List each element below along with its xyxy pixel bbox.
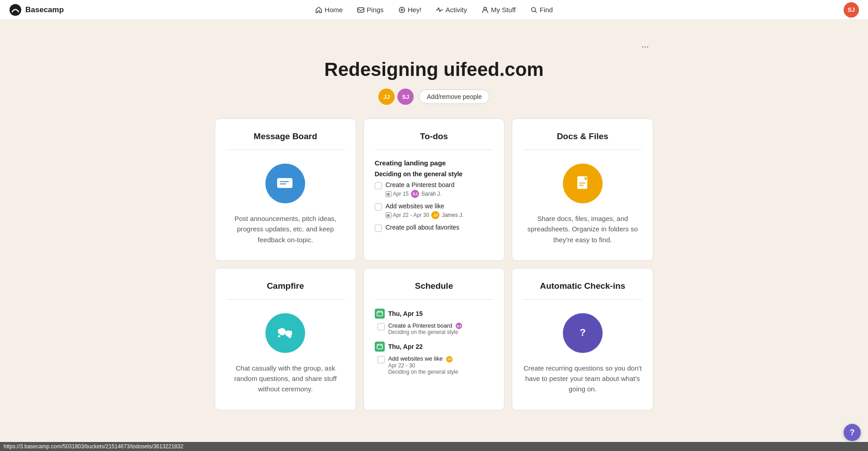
status-bar: https://3.basecamp.com/5031803/buckets/2… bbox=[0, 442, 868, 451]
divider bbox=[375, 150, 494, 150]
more-options-button[interactable]: ··· bbox=[637, 38, 653, 54]
todo-section-title[interactable]: Creating landing page bbox=[375, 159, 494, 167]
schedule-event: Create a Pinterest board SJ Deciding on … bbox=[375, 322, 494, 336]
nav-hey[interactable]: Hey! bbox=[392, 3, 428, 16]
message-board-description: Post announcements, pitch ideas, progres… bbox=[226, 213, 345, 245]
calendar-green-icon bbox=[375, 309, 385, 319]
todo-checkbox[interactable] bbox=[375, 182, 382, 189]
home-icon bbox=[315, 6, 322, 14]
calendar-green-icon bbox=[375, 342, 385, 352]
todo-item: Create poll about favorites bbox=[375, 224, 494, 232]
project-title: Redesigning uifeed.com bbox=[215, 59, 653, 80]
brand-logo[interactable]: Basecamp bbox=[9, 4, 64, 16]
schedule-card: Schedule Thu, Apr 15 bbox=[363, 268, 505, 410]
assignee-dot: JJ bbox=[446, 356, 453, 362]
project-header: Redesigning uifeed.com JJ SJ Add/remove … bbox=[215, 59, 653, 105]
svg-rect-13 bbox=[278, 329, 284, 334]
nav-activity[interactable]: Activity bbox=[429, 3, 473, 16]
svg-rect-7 bbox=[280, 183, 286, 184]
hey-icon bbox=[398, 6, 406, 14]
svg-rect-15 bbox=[377, 311, 382, 316]
schedule-event-name: Add websites we like JJ bbox=[388, 355, 458, 362]
svg-rect-1 bbox=[358, 8, 364, 12]
nav-find[interactable]: Find bbox=[524, 3, 559, 16]
assignee-avatar: SJ bbox=[411, 190, 419, 198]
svg-rect-16 bbox=[377, 344, 382, 349]
project-members: JJ SJ Add/remove people bbox=[215, 89, 653, 105]
pings-icon bbox=[357, 6, 364, 14]
svg-rect-9 bbox=[579, 183, 585, 183]
todo-label: Create a Pinterest board bbox=[386, 181, 494, 188]
todos-card: To-dos Creating landing page Deciding on… bbox=[363, 118, 505, 261]
message-board-content[interactable]: Post announcements, pitch ideas, progres… bbox=[226, 159, 345, 249]
calendar-icon: ▦ bbox=[386, 191, 392, 197]
schedule-event: Add websites we like JJ Apr 22 - 30 Deci… bbox=[375, 355, 494, 375]
activity-icon bbox=[436, 6, 443, 14]
todo-date: ▦ Apr 22 - Apr 30 bbox=[386, 212, 429, 218]
nav-links: Home Pings Hey! Activity bbox=[309, 3, 559, 16]
todo-checkbox[interactable] bbox=[375, 225, 382, 232]
main-content: ··· Redesigning uifeed.com JJ SJ Add/rem… bbox=[206, 20, 662, 437]
brand-name: Basecamp bbox=[25, 5, 64, 14]
checkins-content[interactable]: ? Create recurring questions so you don'… bbox=[523, 309, 642, 399]
member-avatar-jj[interactable]: JJ bbox=[378, 89, 395, 105]
schedule-section: Thu, Apr 15 Create a Pinterest board SJ … bbox=[375, 309, 494, 336]
docs-description: Share docs, files, images, and spreadshe… bbox=[523, 213, 642, 245]
schedule-title: Schedule bbox=[375, 281, 494, 291]
schedule-event-sub: Deciding on the general style bbox=[388, 329, 462, 335]
find-icon bbox=[530, 6, 538, 14]
checkins-icon: ? bbox=[563, 313, 603, 353]
mystuff-icon bbox=[481, 6, 489, 14]
help-button[interactable]: ? bbox=[844, 424, 861, 441]
docs-content[interactable]: Share docs, files, images, and spreadshe… bbox=[523, 159, 642, 249]
docs-title: Docs & Files bbox=[523, 132, 642, 141]
divider bbox=[523, 150, 642, 150]
nav-home[interactable]: Home bbox=[309, 3, 349, 16]
schedule-date: Thu, Apr 15 bbox=[388, 310, 423, 317]
message-board-icon bbox=[265, 164, 305, 203]
checkins-card: Automatic Check-ins ? Create recurring q… bbox=[512, 268, 653, 410]
divider bbox=[375, 299, 494, 300]
divider bbox=[226, 299, 345, 300]
todo-item: Create a Pinterest board ▦ Apr 15 SJ Sar… bbox=[375, 181, 494, 198]
svg-rect-14 bbox=[286, 331, 292, 335]
user-avatar[interactable]: SJ bbox=[844, 2, 859, 18]
docs-icon bbox=[563, 164, 603, 203]
campfire-description: Chat casually with the group, ask random… bbox=[226, 363, 345, 395]
cards-grid: Message Board Post announcements, pitch … bbox=[215, 118, 653, 410]
todo-label: Add websites we like bbox=[386, 202, 494, 210]
campfire-card: Campfire Chat casuall bbox=[215, 268, 356, 410]
assignee-name: James J. bbox=[442, 212, 463, 218]
calendar-icon: ▦ bbox=[386, 212, 392, 218]
campfire-title: Campfire bbox=[226, 281, 345, 291]
campfire-content[interactable]: Chat casually with the group, ask random… bbox=[226, 309, 345, 399]
assignee-avatar: JJ bbox=[431, 211, 439, 219]
svg-rect-10 bbox=[579, 185, 584, 186]
schedule-event-name: Create a Pinterest board SJ bbox=[388, 322, 462, 329]
todo-date: ▦ Apr 15 bbox=[386, 191, 409, 197]
member-avatar-sj[interactable]: SJ bbox=[397, 89, 414, 105]
svg-text:?: ? bbox=[580, 327, 585, 338]
campfire-icon bbox=[265, 313, 305, 353]
assignee-name: Sarah J. bbox=[421, 191, 442, 197]
todo-item: Add websites we like ▦ Apr 22 - Apr 30 J… bbox=[375, 202, 494, 219]
todo-label: Create poll about favorites bbox=[386, 224, 494, 231]
divider bbox=[226, 150, 345, 150]
top-nav: Basecamp Home Pings Hey! bbox=[0, 0, 868, 20]
message-board-card: Message Board Post announcements, pitch … bbox=[215, 118, 356, 261]
nav-pings[interactable]: Pings bbox=[351, 3, 390, 16]
message-board-title: Message Board bbox=[226, 132, 345, 141]
add-remove-people-button[interactable]: Add/remove people bbox=[419, 89, 489, 104]
schedule-date-range: Apr 22 - 30 bbox=[388, 362, 458, 369]
schedule-section: Thu, Apr 22 Add websites we like JJ Apr … bbox=[375, 342, 494, 375]
todos-title: To-dos bbox=[375, 132, 494, 141]
schedule-checkbox[interactable] bbox=[377, 323, 385, 330]
docs-card: Docs & Files Share docs, files, images, … bbox=[512, 118, 653, 261]
schedule-event-sub: Deciding on the general style bbox=[388, 369, 458, 375]
status-url: https://3.basecamp.com/5031803/buckets/2… bbox=[4, 443, 184, 450]
checkins-description: Create recurring questions so you don't … bbox=[523, 363, 642, 395]
todo-checkbox[interactable] bbox=[375, 203, 382, 211]
nav-mystuff[interactable]: My Stuff bbox=[475, 3, 522, 16]
assignee-dot: SJ bbox=[456, 323, 462, 329]
schedule-checkbox[interactable] bbox=[377, 356, 385, 363]
